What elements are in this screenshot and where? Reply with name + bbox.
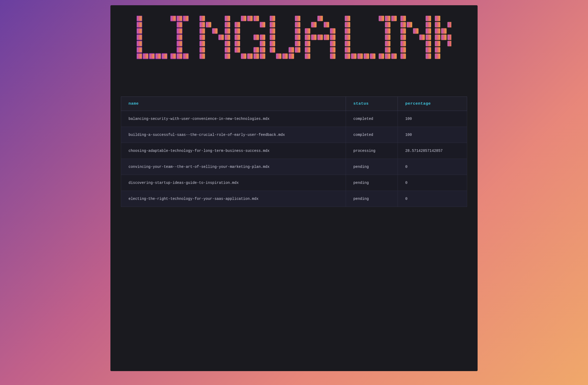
svg-rect-0 — [137, 16, 142, 21]
svg-rect-93 — [345, 41, 350, 46]
svg-rect-121 — [426, 35, 431, 40]
column-header-percentage: percentage — [398, 97, 467, 111]
svg-rect-55 — [254, 54, 259, 59]
svg-rect-84 — [330, 41, 335, 46]
svg-rect-32 — [225, 35, 230, 40]
svg-rect-120 — [419, 35, 425, 40]
svg-rect-5 — [137, 47, 142, 52]
svg-rect-83 — [305, 41, 310, 46]
svg-rect-85 — [305, 47, 310, 52]
table-row: choosing-adaptable-technology-for-long-t… — [121, 143, 467, 159]
table-row: electing-the-right-technology-for-your-s… — [121, 191, 467, 207]
svg-rect-21 — [183, 54, 188, 59]
cell-percentage: 0 — [398, 175, 467, 191]
cell-name: discovering-startup-ideas-guide-to-inspi… — [121, 175, 346, 191]
cell-name: choosing-adaptable-technology-for-long-t… — [121, 143, 346, 159]
cell-name: electing-the-right-technology-for-your-s… — [121, 191, 346, 207]
table-row: convincing-your-team--the-art-of-selling… — [121, 159, 467, 175]
svg-rect-134 — [435, 35, 440, 40]
svg-rect-35 — [200, 47, 205, 52]
svg-rect-3 — [137, 35, 142, 40]
svg-rect-94 — [345, 47, 350, 52]
svg-rect-58 — [295, 16, 300, 21]
cell-status: processing — [346, 143, 398, 159]
svg-rect-7 — [143, 54, 148, 59]
svg-rect-53 — [241, 54, 246, 59]
svg-rect-62 — [295, 28, 300, 34]
svg-rect-111 — [400, 16, 406, 21]
column-header-name: name — [121, 97, 346, 111]
table-row: balancing-security-with-user-convenience… — [121, 111, 467, 127]
svg-rect-67 — [270, 47, 275, 52]
svg-rect-127 — [426, 54, 431, 59]
svg-rect-101 — [385, 16, 390, 21]
svg-rect-79 — [311, 35, 317, 40]
svg-rect-116 — [400, 28, 406, 34]
svg-rect-44 — [235, 28, 240, 34]
cell-percentage: 100 — [398, 127, 467, 143]
table-row: discovering-startup-ideas-guide-to-inspi… — [121, 175, 467, 191]
svg-rect-71 — [282, 54, 288, 59]
svg-rect-41 — [254, 16, 259, 21]
svg-rect-68 — [289, 47, 294, 52]
cell-status: pending — [346, 175, 398, 191]
svg-rect-137 — [435, 41, 440, 46]
svg-rect-10 — [162, 54, 167, 59]
svg-rect-56 — [260, 54, 265, 59]
svg-rect-75 — [324, 22, 329, 27]
svg-rect-90 — [345, 22, 350, 27]
svg-rect-49 — [260, 41, 265, 46]
svg-rect-60 — [295, 22, 300, 27]
svg-rect-40 — [247, 16, 253, 21]
svg-rect-9 — [156, 54, 161, 59]
svg-rect-36 — [225, 47, 230, 52]
svg-rect-11 — [170, 16, 176, 21]
svg-rect-70 — [276, 54, 281, 59]
svg-rect-118 — [426, 28, 431, 34]
svg-rect-109 — [385, 54, 390, 59]
svg-rect-28 — [212, 28, 217, 34]
cell-name: balancing-security-with-user-convenience… — [121, 111, 346, 127]
svg-rect-117 — [413, 28, 418, 34]
cell-status: pending — [346, 159, 398, 175]
svg-rect-47 — [260, 35, 265, 40]
svg-rect-4 — [137, 41, 142, 46]
svg-rect-33 — [200, 41, 205, 46]
svg-rect-107 — [385, 47, 390, 52]
svg-rect-104 — [385, 28, 390, 34]
svg-rect-37 — [200, 54, 205, 59]
svg-rect-119 — [400, 35, 406, 40]
svg-rect-141 — [435, 54, 440, 59]
cell-percentage: 0 — [398, 159, 467, 175]
svg-rect-20 — [177, 54, 182, 59]
svg-rect-63 — [270, 35, 275, 40]
svg-rect-61 — [270, 28, 275, 34]
svg-rect-2 — [137, 28, 142, 34]
svg-rect-103 — [385, 22, 390, 27]
svg-rect-12 — [177, 16, 182, 21]
svg-rect-51 — [254, 47, 259, 52]
svg-rect-17 — [177, 41, 182, 46]
table-header-row: name status percentage — [121, 97, 467, 111]
svg-rect-89 — [345, 16, 350, 21]
svg-rect-27 — [200, 28, 205, 34]
cell-percentage: 0 — [398, 191, 467, 207]
svg-rect-106 — [385, 41, 390, 46]
svg-rect-97 — [357, 54, 363, 59]
svg-rect-19 — [170, 54, 176, 59]
cell-name: convincing-your-team--the-art-of-selling… — [121, 159, 346, 175]
svg-rect-110 — [391, 54, 397, 59]
svg-rect-126 — [400, 54, 406, 59]
svg-rect-112 — [426, 16, 431, 21]
svg-rect-43 — [260, 22, 265, 27]
svg-rect-45 — [235, 35, 240, 40]
svg-rect-48 — [235, 41, 240, 46]
svg-rect-72 — [289, 54, 294, 59]
svg-rect-77 — [330, 28, 335, 34]
svg-rect-34 — [225, 41, 230, 46]
svg-rect-78 — [305, 35, 310, 40]
svg-rect-64 — [295, 35, 300, 40]
svg-rect-65 — [270, 41, 275, 46]
svg-rect-125 — [426, 47, 431, 52]
cell-status: completed — [346, 127, 398, 143]
